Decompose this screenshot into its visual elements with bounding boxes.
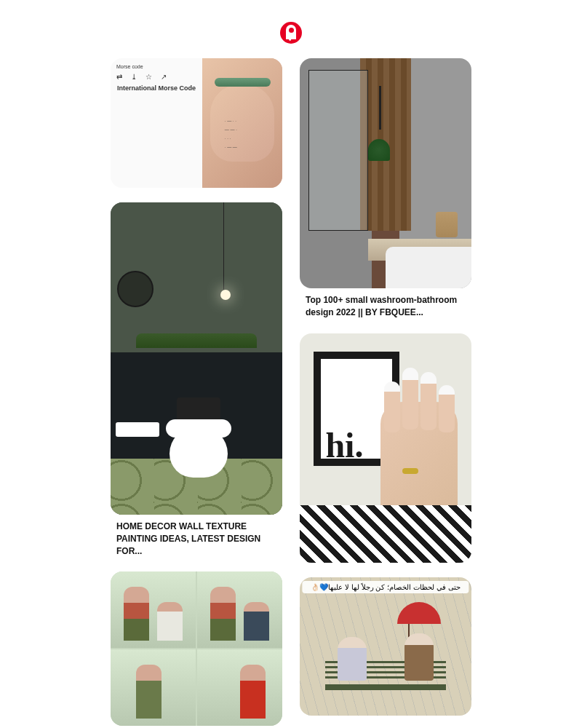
- morse-header: Morse code: [116, 64, 196, 69]
- pin-card[interactable]: HOME DECOR WALL TEXTURE PAINTING IDEAS, …: [111, 202, 282, 557]
- pin-image: Morse code ⇄ ⤓ ☆ ↗ International Morse C…: [111, 58, 282, 188]
- pin-card[interactable]: Morse code ⇄ ⤓ ☆ ↗ International Morse C…: [111, 58, 282, 188]
- pin-image: [111, 202, 282, 515]
- pin-image: [111, 571, 282, 726]
- pin-card[interactable]: hi.: [300, 333, 471, 563]
- pin-card[interactable]: [111, 571, 282, 726]
- header: [0, 0, 582, 58]
- pin-image: [300, 58, 471, 288]
- pin-grid: Morse code ⇄ ⤓ ☆ ↗ International Morse C…: [0, 58, 582, 726]
- pin-card[interactable]: Top 100+ small washroom-bathroom design …: [300, 58, 471, 319]
- translate-icon: ⇄: [116, 73, 122, 81]
- morse-chart-title: International Morse Code: [116, 84, 196, 92]
- star-icon: ☆: [146, 73, 152, 81]
- pin-image: حتى في لحظات الخصام؛ كن رجلاً لها لا علي…: [300, 577, 471, 716]
- share-icon: ↗: [161, 73, 167, 81]
- pin-title: Top 100+ small washroom-bathroom design …: [300, 294, 471, 319]
- grid-column-left: Morse code ⇄ ⤓ ☆ ↗ International Morse C…: [111, 58, 282, 726]
- pinterest-logo-icon[interactable]: [280, 22, 302, 44]
- grid-column-right: Top 100+ small washroom-bathroom design …: [300, 58, 471, 716]
- download-icon: ⤓: [131, 73, 137, 81]
- pin-card[interactable]: حتى في لحظات الخصام؛ كن رجلاً لها لا علي…: [300, 577, 471, 716]
- pin-image: hi.: [300, 333, 471, 563]
- caption-text: حتى في لحظات الخصام؛ كن رجلاً لها لا علي…: [302, 581, 469, 593]
- frame-text: hi.: [325, 425, 363, 465]
- pin-title: HOME DECOR WALL TEXTURE PAINTING IDEAS, …: [111, 521, 282, 557]
